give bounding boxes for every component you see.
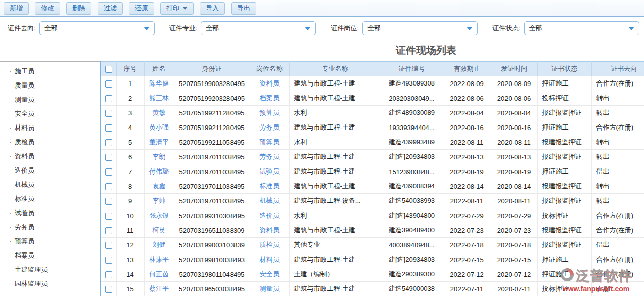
row-checkbox[interactable] (105, 124, 112, 132)
sidebar-item-标准员[interactable]: 标准员 (10, 192, 100, 206)
delete-button[interactable]: 删除 (66, 2, 91, 15)
cell-valid-until: 2022-08-16 (443, 120, 491, 135)
cell-index: 9 (116, 194, 144, 208)
sidebar-item-材料员[interactable]: 材料员 (10, 121, 100, 135)
table-row: 14何正茵520703198011048495安全员土建（编制）建造290389… (101, 267, 644, 282)
sidebar-item-测量员[interactable]: 测量员 (10, 93, 100, 107)
dropdown-arrow-icon (144, 27, 150, 30)
cell-position[interactable]: 质检员 (250, 238, 289, 252)
cell-position[interactable]: 劳务员 (250, 120, 289, 135)
row-checkbox[interactable] (105, 110, 112, 117)
cell-position[interactable]: 资料员 (250, 223, 289, 238)
cell-position[interactable]: 安全员 (250, 267, 289, 282)
col-header-index: 序号 (116, 62, 144, 76)
cell-position[interactable]: 标准员 (250, 179, 289, 194)
cell-position[interactable]: 劳务员 (250, 150, 289, 164)
certificate-table: 序号姓名身份证岗位名称专业名称证件编号有效期止发证时间证书状态证书去向 1陈华健… (101, 61, 644, 296)
cell-valid-until: 2022-07-15 (443, 252, 491, 267)
sidebar-item-试验员[interactable]: 试验员 (10, 206, 100, 220)
row-checkbox[interactable] (105, 271, 112, 278)
cell-name[interactable]: 李帅 (144, 194, 174, 208)
cell-position[interactable]: 试验员 (250, 164, 289, 179)
cell-cert-status: 押证施工 (537, 76, 591, 91)
new-button[interactable]: 新增 (4, 2, 29, 15)
cell-position[interactable]: 档案员 (250, 91, 289, 106)
row-checkbox[interactable] (105, 198, 112, 205)
sidebar-item-资料员[interactable]: 资料员 (10, 149, 100, 163)
row-checkbox[interactable] (105, 154, 112, 161)
sidebar-item-质量员[interactable]: 质量员 (10, 78, 100, 93)
row-checkbox[interactable] (105, 242, 112, 249)
cell-position[interactable]: 机械员 (250, 194, 289, 208)
print-button[interactable]: 打印 (160, 2, 194, 15)
sidebar-item-土建监理员[interactable]: 土建监理员 (10, 263, 100, 277)
cell-cert-status: 投标押证 (537, 282, 591, 296)
row-checkbox[interactable] (105, 168, 112, 176)
cell-cert-status: 押证施工 (537, 164, 591, 179)
cell-position[interactable]: 预算员 (250, 106, 289, 120)
row-checkbox[interactable] (105, 213, 112, 220)
cert-specialty-filter[interactable]: 全部 (201, 21, 316, 35)
filter-button[interactable]: 过滤 (98, 2, 123, 15)
cell-name[interactable]: 刘健 (144, 238, 174, 252)
cell-position[interactable]: 预算员 (250, 135, 289, 150)
import-button[interactable]: 导入 (200, 2, 225, 15)
cell-name[interactable]: 熊三林 (144, 91, 174, 106)
cell-name[interactable]: 何正茵 (144, 267, 174, 282)
cell-name[interactable]: 袁鑫 (144, 179, 174, 194)
restore-button[interactable]: 还原 (129, 2, 154, 15)
cell-name[interactable]: 蔡江平 (144, 282, 174, 296)
cell-position[interactable]: 测量员 (250, 282, 289, 296)
sidebar-item-预算员[interactable]: 预算员 (10, 234, 100, 248)
cell-cert-number: 19339394404... (381, 120, 443, 135)
sidebar-item-安全员[interactable]: 安全员 (10, 107, 100, 121)
cert-position-filter[interactable]: 全部 (362, 21, 478, 35)
cell-name[interactable]: 董清平 (144, 135, 174, 150)
cell-specialty: 建筑与市政工程-设备... (289, 194, 381, 208)
sidebar-item-档案员[interactable]: 档案员 (10, 248, 100, 263)
row-checkbox[interactable] (105, 139, 112, 146)
cell-position[interactable]: 材料员 (250, 252, 289, 267)
caret-down-icon (182, 7, 188, 10)
cell-issue-date: 2020-07-23 (491, 223, 537, 238)
sidebar-item-园林监理员[interactable]: 园林监理员 (10, 277, 100, 291)
row-checkbox[interactable] (105, 227, 112, 234)
cell-name[interactable]: 林康平 (144, 252, 174, 267)
cell-cert-destination: 在册 (591, 282, 644, 296)
cell-position[interactable]: 资料员 (250, 76, 289, 91)
cell-cert-destination: 转出 (591, 194, 644, 208)
row-checkbox[interactable] (105, 183, 112, 190)
col-header-position: 岗位名称 (250, 62, 289, 76)
cell-cert-number: 20320303049... (381, 91, 443, 106)
dropdown-arrow-icon (628, 27, 634, 30)
cell-position[interactable]: 造价员 (250, 208, 289, 223)
sidebar-item-质检员[interactable]: 质检员 (10, 135, 100, 149)
row-checkbox[interactable] (105, 80, 112, 88)
row-checkbox[interactable] (105, 95, 112, 102)
edit-button[interactable]: 修改 (35, 2, 60, 15)
cell-name[interactable]: 黄小强 (144, 120, 174, 135)
cell-name[interactable]: 付伟璐 (144, 164, 174, 179)
row-checkbox-cell (101, 76, 116, 91)
cell-name[interactable]: 张永银 (144, 208, 174, 223)
sidebar-item-施工员[interactable]: 施工员 (10, 64, 100, 78)
sidebar-item-劳务员[interactable]: 劳务员 (10, 220, 100, 234)
row-checkbox[interactable] (105, 257, 112, 264)
cell-name[interactable]: 柯英 (144, 223, 174, 238)
select-all-checkbox[interactable] (105, 66, 112, 73)
export-button[interactable]: 导出 (231, 2, 256, 15)
row-checkbox[interactable] (105, 286, 112, 293)
cell-name[interactable]: 陈华健 (144, 76, 174, 91)
cell-cert-number: 建造390489400 (381, 223, 443, 238)
cell-id-number: 520703197011038495 (174, 179, 250, 194)
cell-name[interactable]: 黄敏 (144, 106, 174, 120)
cert-status-filter[interactable]: 全部 (524, 21, 639, 35)
cell-cert-destination: 转出 (591, 179, 644, 194)
cell-index: 12 (116, 238, 144, 252)
cert-destination-filter[interactable]: 全部 (39, 21, 155, 35)
cell-name[interactable]: 李朗 (144, 150, 174, 164)
cell-id-number: 520703196511038309 (174, 223, 250, 238)
sidebar-item-造价员[interactable]: 造价员 (10, 163, 100, 178)
sidebar-item-机械员[interactable]: 机械员 (10, 178, 100, 192)
cell-specialty: 建筑与市政工程-土建 (289, 179, 381, 194)
